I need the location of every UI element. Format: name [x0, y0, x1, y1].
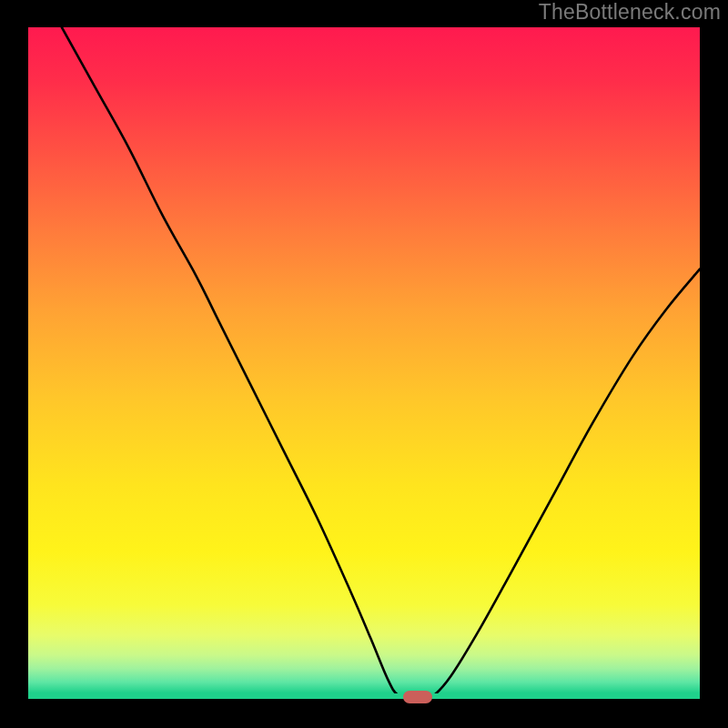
watermark-text: TheBottleneck.com — [539, 0, 721, 25]
optimum-marker — [403, 691, 432, 703]
plot-area — [28, 27, 700, 699]
bottleneck-curve — [28, 27, 700, 699]
chart-frame: TheBottleneck.com — [0, 0, 728, 728]
baseline-band — [28, 693, 700, 699]
